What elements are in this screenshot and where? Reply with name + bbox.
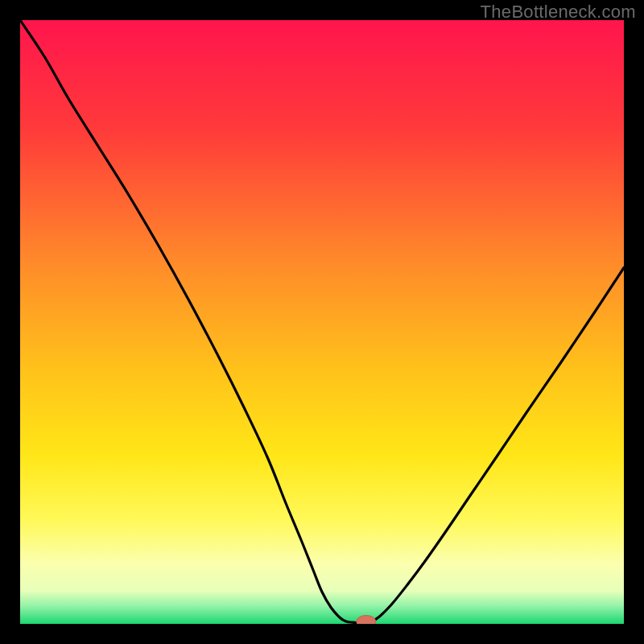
bottleneck-chart (20, 20, 624, 624)
optimum-marker (357, 616, 376, 625)
plot-area (20, 20, 624, 624)
chart-frame: TheBottleneck.com (0, 0, 644, 644)
gradient-background (20, 20, 624, 624)
watermark-text: TheBottleneck.com (481, 2, 636, 23)
